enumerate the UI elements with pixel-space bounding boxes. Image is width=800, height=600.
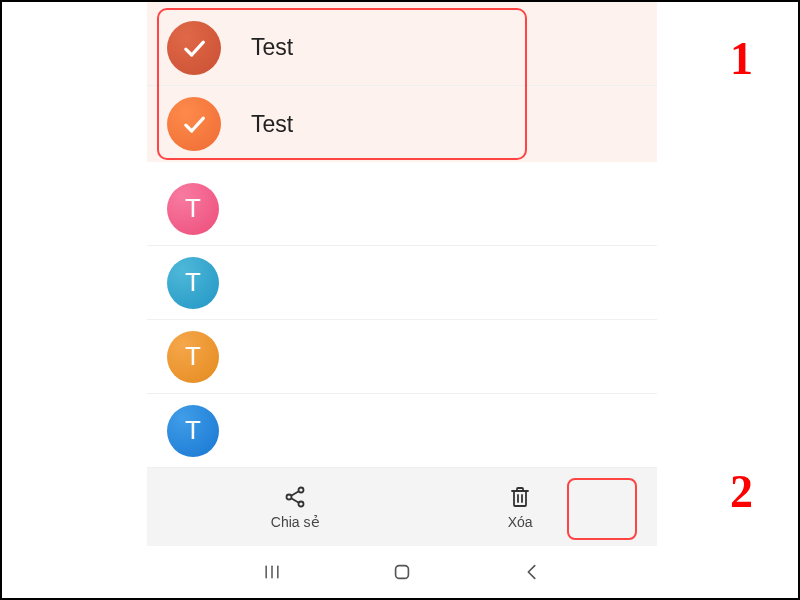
contact-row[interactable]: T (147, 394, 657, 468)
contact-avatar: T (167, 257, 219, 309)
trash-icon (507, 484, 533, 510)
contacts-list: T T T T (147, 162, 657, 468)
delete-button[interactable]: Xóa (507, 484, 533, 530)
share-button[interactable]: Chia sẻ (271, 484, 320, 530)
contact-row[interactable]: T (147, 320, 657, 394)
annotation-number-2: 2 (730, 465, 753, 518)
checkmark-icon (180, 34, 208, 62)
share-icon (282, 484, 308, 510)
annotation-number-1: 1 (730, 32, 753, 85)
avatar-letter: T (185, 267, 201, 298)
recents-icon (260, 562, 284, 582)
back-icon (521, 561, 543, 583)
svg-line-3 (291, 491, 299, 496)
avatar-letter: T (185, 415, 201, 446)
contact-avatar-checked (167, 97, 221, 151)
share-label: Chia sẻ (271, 514, 320, 530)
selected-contacts-section: Test Test (147, 2, 657, 162)
navigation-bar (147, 546, 657, 598)
avatar-letter: T (185, 193, 201, 224)
contact-avatar: T (167, 183, 219, 235)
svg-line-4 (291, 498, 299, 503)
home-button[interactable] (388, 558, 416, 586)
svg-point-0 (299, 488, 304, 493)
contact-row[interactable]: T (147, 172, 657, 246)
checkmark-icon (180, 110, 208, 138)
contact-name: Test (251, 34, 293, 61)
contact-avatar: T (167, 405, 219, 457)
delete-label: Xóa (508, 514, 533, 530)
contact-name: Test (251, 111, 293, 138)
action-bar: Chia sẻ Xóa (147, 468, 657, 546)
selected-contact-row[interactable]: Test (147, 10, 657, 86)
contact-avatar-checked (167, 21, 221, 75)
svg-rect-10 (396, 566, 409, 579)
selected-contact-row[interactable]: Test (147, 86, 657, 162)
phone-screen: Test Test T T T (147, 2, 657, 598)
svg-point-2 (299, 502, 304, 507)
home-icon (391, 561, 413, 583)
back-button[interactable] (518, 558, 546, 586)
contact-row[interactable]: T (147, 246, 657, 320)
contact-avatar: T (167, 331, 219, 383)
recents-button[interactable] (258, 558, 286, 586)
svg-point-1 (287, 495, 292, 500)
avatar-letter: T (185, 341, 201, 372)
